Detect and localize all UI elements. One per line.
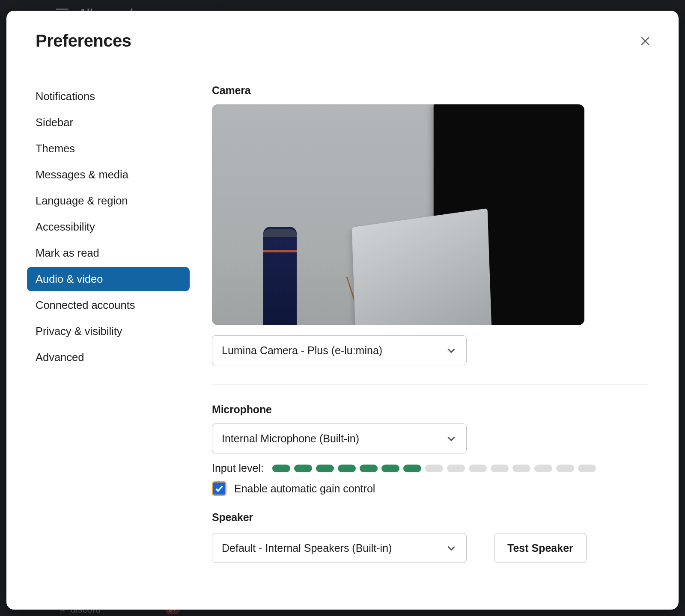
sidebar-item-notifications[interactable]: Notifications bbox=[27, 84, 190, 109]
modal-header: Preferences bbox=[6, 11, 679, 67]
gain-label: Enable automatic gain control bbox=[234, 483, 375, 495]
speaker-section-title: Speaker bbox=[212, 511, 648, 524]
input-level-label: Input level: bbox=[212, 462, 264, 474]
preferences-modal: Preferences NotificationsSidebarThemesMe… bbox=[6, 11, 679, 610]
camera-preview bbox=[212, 104, 584, 325]
level-bar bbox=[556, 465, 574, 472]
sidebar-item-mark-as-read[interactable]: Mark as read bbox=[27, 241, 190, 265]
test-speaker-button[interactable]: Test Speaker bbox=[494, 533, 587, 563]
level-bar bbox=[512, 465, 530, 472]
preferences-content: Camera Lumina Camera - Plus (e-lu:mina) … bbox=[191, 67, 679, 610]
camera-section-title: Camera bbox=[212, 84, 648, 97]
sidebar-item-connected-accounts[interactable]: Connected accounts bbox=[27, 293, 190, 317]
close-button[interactable] bbox=[637, 33, 654, 50]
level-bar bbox=[272, 465, 290, 472]
sidebar-item-privacy-visibility[interactable]: Privacy & visibility bbox=[27, 319, 190, 344]
level-bar bbox=[360, 465, 378, 472]
sidebar-item-messages-media[interactable]: Messages & media bbox=[27, 163, 190, 187]
level-bar bbox=[403, 465, 421, 472]
level-bar bbox=[534, 465, 552, 472]
speaker-row: Default - Internal Speakers (Built-in) T… bbox=[212, 533, 648, 563]
check-icon bbox=[214, 484, 224, 493]
level-bar bbox=[316, 465, 334, 472]
microphone-select[interactable]: Internal Microphone (Built-in) bbox=[212, 424, 467, 453]
sidebar-item-advanced[interactable]: Advanced bbox=[27, 345, 190, 370]
modal-title: Preferences bbox=[36, 31, 131, 50]
camera-select-value: Lumina Camera - Plus (e-lu:mina) bbox=[222, 344, 382, 357]
sidebar-item-audio-video[interactable]: Audio & video bbox=[27, 267, 190, 291]
level-bar bbox=[338, 465, 356, 472]
sidebar-item-accessibility[interactable]: Accessibility bbox=[27, 215, 190, 239]
input-level-row: Input level: bbox=[212, 462, 648, 474]
level-bar bbox=[447, 465, 465, 472]
sidebar-item-sidebar[interactable]: Sidebar bbox=[27, 110, 190, 135]
gain-checkbox[interactable] bbox=[212, 481, 226, 496]
camera-select[interactable]: Lumina Camera - Plus (e-lu:mina) bbox=[212, 335, 467, 365]
preferences-sidebar: NotificationsSidebarThemesMessages & med… bbox=[6, 67, 191, 610]
chevron-down-icon bbox=[446, 345, 457, 356]
level-bar bbox=[425, 465, 443, 472]
divider bbox=[212, 384, 648, 385]
level-bar bbox=[578, 465, 596, 472]
close-icon bbox=[640, 36, 651, 47]
microphone-section-title: Microphone bbox=[212, 403, 648, 416]
input-level-meter bbox=[272, 465, 648, 472]
sidebar-item-language-region[interactable]: Language & region bbox=[27, 189, 190, 213]
level-bar bbox=[469, 465, 487, 472]
microphone-select-value: Internal Microphone (Built-in) bbox=[222, 432, 359, 445]
modal-body: NotificationsSidebarThemesMessages & med… bbox=[6, 67, 679, 610]
gain-control-row: Enable automatic gain control bbox=[212, 481, 648, 496]
level-bar bbox=[491, 465, 509, 472]
chevron-down-icon bbox=[446, 433, 457, 444]
sidebar-item-themes[interactable]: Themes bbox=[27, 136, 190, 161]
speaker-select-value: Default - Internal Speakers (Built-in) bbox=[222, 542, 392, 554]
level-bar bbox=[294, 465, 312, 472]
level-bar bbox=[381, 465, 399, 472]
chevron-down-icon bbox=[446, 542, 457, 554]
speaker-select[interactable]: Default - Internal Speakers (Built-in) bbox=[212, 533, 467, 563]
